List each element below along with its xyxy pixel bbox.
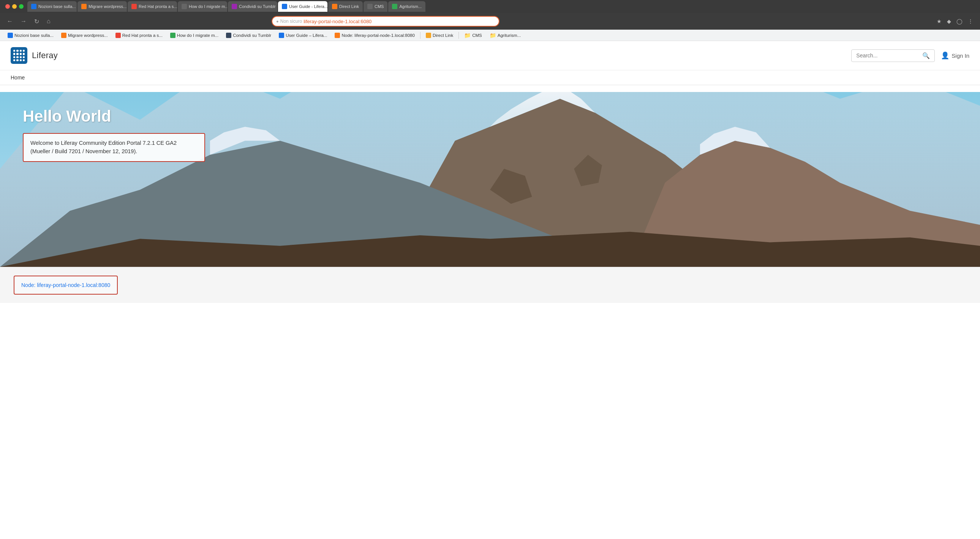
logo-text: Liferay: [32, 51, 58, 61]
hero-section: Hello World Welcome to Liferay Community…: [0, 92, 980, 267]
tab-favicon-1: [81, 4, 87, 9]
browser-tab-7[interactable]: CMS: [364, 1, 387, 12]
bookmark-favicon-6: [335, 33, 340, 38]
bookmark-favicon-2: [116, 33, 121, 38]
logo-dot-6: [16, 53, 18, 55]
browser-tab-5[interactable]: User Guide - Lifera...: [278, 1, 328, 12]
hero-content: Hello World Welcome to Liferay Community…: [0, 92, 980, 267]
bookmark-favicon-4: [226, 33, 231, 38]
tab-label-8: Agriturism...: [399, 4, 422, 9]
security-icon: ●: [276, 19, 279, 24]
user-icon: 👤: [941, 51, 949, 60]
tab-favicon-2: [131, 4, 137, 9]
tab-favicon-0: [31, 4, 37, 9]
bookmark-label-agriturism: Agriturism...: [498, 33, 521, 38]
tab-label-4: Condividi su Tumblr: [239, 4, 276, 9]
maximize-button[interactable]: [19, 4, 24, 9]
browser-tab-1[interactable]: Migrare wordpress...: [78, 1, 127, 12]
tab-label-7: CMS: [374, 4, 383, 9]
browser-tab-4[interactable]: Condividi su Tumblr: [228, 1, 277, 12]
browser-tab-6[interactable]: Direct Link: [328, 1, 363, 12]
hero-description: Welcome to Liferay Community Edition Por…: [23, 133, 205, 162]
tab-favicon-6: [332, 4, 337, 9]
bookmark-3[interactable]: How do I migrate m...: [167, 32, 221, 39]
logo-dot-10: [16, 56, 18, 58]
hero-description-text: Welcome to Liferay Community Edition Por…: [30, 140, 177, 154]
home-nav-link[interactable]: Home: [11, 75, 25, 81]
reload-button[interactable]: ↻: [32, 16, 41, 27]
bookmark-favicon-5: [279, 33, 284, 38]
bookmark-6[interactable]: Node: liferay-portal-node-1.local:8080: [332, 32, 417, 39]
bookmark-5[interactable]: User Guide – Lifera...: [276, 32, 330, 39]
bookmark-label-2: Red Hat pronta a s...: [123, 33, 162, 38]
logo-dot-1: [13, 50, 15, 52]
logo-dot-5: [13, 53, 15, 55]
tab-label-3: How do I migrate m...: [189, 4, 227, 9]
logo-dot-15: [20, 59, 22, 61]
bookmark-bar: Nozioni base sulla... Migrare wordpress.…: [0, 30, 980, 41]
bookmark-favicon-0: [8, 33, 13, 38]
logo-dot-12: [23, 56, 25, 58]
home-nav-button[interactable]: ⌂: [45, 16, 53, 26]
page-nav: Home: [0, 70, 980, 85]
bookmark-label-cms: CMS: [472, 33, 482, 38]
bookmark-4[interactable]: Condividi su Tumblr: [223, 32, 274, 39]
sign-in-area[interactable]: 👤 Sign In: [941, 51, 969, 60]
bookmark-favicon-3: [170, 33, 175, 38]
browser-tab-2[interactable]: Red Hat pronta a s...: [127, 1, 177, 12]
logo-dot-8: [23, 53, 25, 55]
bookmark-agriturism[interactable]: 📁 Agriturism...: [487, 32, 524, 39]
search-icon: 🔍: [922, 52, 930, 59]
tab-label-2: Red Hat pronta a s...: [138, 4, 177, 9]
page-header: Liferay 🔍 👤 Sign In: [0, 41, 980, 70]
bookmark-favicon-1: [61, 33, 67, 38]
address-bar[interactable]: ● Non sicuro liferay-portal-node-1.local…: [272, 16, 500, 27]
search-input[interactable]: [856, 53, 919, 59]
bookmark-0[interactable]: Nozioni base sulla...: [5, 32, 57, 39]
tab-favicon-3: [181, 4, 187, 9]
bookmark-cms[interactable]: 📁 CMS: [461, 32, 485, 39]
bookmark-label-direct-link: Direct Link: [433, 33, 453, 38]
tab-favicon-5: [282, 4, 287, 9]
page-content: Liferay 🔍 👤 Sign In Home: [0, 41, 980, 303]
browser-chrome: Nozioni base sulla... Migrare wordpress.…: [0, 0, 980, 41]
minimize-button[interactable]: [12, 4, 17, 9]
bookmark-separator: [420, 32, 420, 39]
bookmark-favicon-direct-link: [426, 33, 431, 38]
node-bar: Node: liferay-portal-node-1.local:8080: [14, 276, 118, 295]
logo-dot-14: [16, 59, 18, 61]
profile-button[interactable]: ◯: [954, 17, 965, 26]
logo-dot-13: [13, 59, 15, 61]
browser-nav-bar: ← → ↻ ⌂ ● Non sicuro liferay-portal-node…: [0, 13, 980, 30]
bookmark-separator-2: [458, 32, 459, 39]
menu-button[interactable]: ⋮: [966, 17, 975, 26]
close-button[interactable]: [5, 4, 10, 9]
forward-button[interactable]: →: [18, 16, 29, 26]
logo-dot-11: [20, 56, 22, 58]
node-bar-container: Node: liferay-portal-node-1.local:8080: [0, 267, 980, 303]
back-button[interactable]: ←: [5, 16, 15, 26]
browser-tab-3[interactable]: How do I migrate m...: [178, 1, 227, 12]
tab-favicon-8: [392, 4, 397, 9]
logo-dot-9: [13, 56, 15, 58]
extensions-button[interactable]: ◆: [945, 17, 953, 26]
logo-dot-3: [20, 50, 22, 52]
hero-title: Hello World: [23, 107, 957, 126]
bookmark-label-0: Nozioni base sulla...: [14, 33, 54, 38]
bookmark-1[interactable]: Migrare wordpress...: [58, 32, 111, 39]
logo-dot-2: [16, 50, 18, 52]
bookmark-direct-link[interactable]: Direct Link: [423, 32, 456, 39]
star-button[interactable]: ★: [934, 17, 944, 26]
node-text: Node: liferay-portal-node-1.local:8080: [21, 282, 110, 288]
browser-tab-8[interactable]: Agriturism...: [388, 1, 425, 12]
folder-icon-agriturism: 📁: [490, 32, 496, 38]
logo-dot-7: [20, 53, 22, 55]
browser-tab-0[interactable]: Nozioni base sulla...: [27, 1, 77, 12]
bookmark-2[interactable]: Red Hat pronta a s...: [113, 32, 165, 39]
search-box[interactable]: 🔍: [851, 49, 935, 62]
browser-nav-icons: ★ ◆ ◯ ⋮: [934, 17, 975, 26]
tab-label-6: Direct Link: [339, 4, 359, 9]
bookmark-label-5: User Guide – Lifera...: [286, 33, 327, 38]
bookmark-label-4: Condividi su Tumblr: [233, 33, 271, 38]
folder-icon-cms: 📁: [464, 32, 471, 38]
